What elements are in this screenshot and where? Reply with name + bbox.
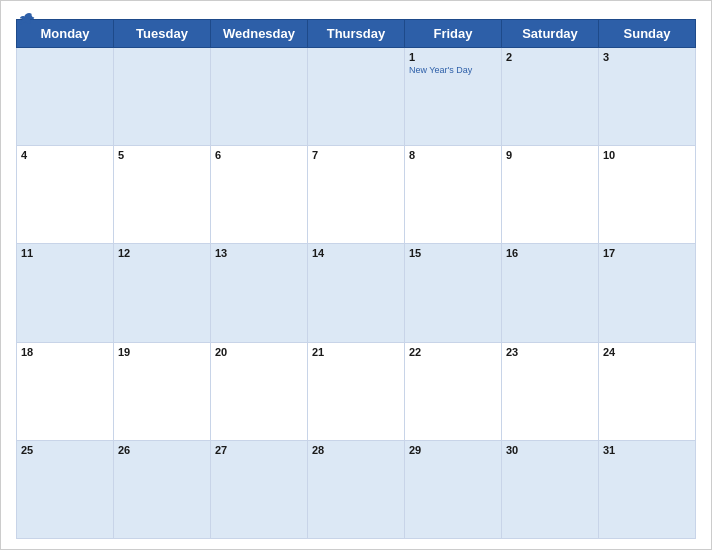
day-number: 14 bbox=[312, 247, 400, 259]
calendar-wrapper: MondayTuesdayWednesdayThursdayFridaySatu… bbox=[0, 0, 712, 550]
weekday-header-thursday: Thursday bbox=[308, 20, 405, 48]
day-number: 6 bbox=[215, 149, 303, 161]
day-number: 10 bbox=[603, 149, 691, 161]
calendar-cell bbox=[308, 48, 405, 146]
day-number: 1 bbox=[409, 51, 497, 63]
calendar-cell: 6 bbox=[211, 146, 308, 244]
calendar-cell: 29 bbox=[405, 440, 502, 538]
calendar-cell: 15 bbox=[405, 244, 502, 342]
calendar-cell: 4 bbox=[17, 146, 114, 244]
day-number: 30 bbox=[506, 444, 594, 456]
day-number: 3 bbox=[603, 51, 691, 63]
calendar-cell: 19 bbox=[114, 342, 211, 440]
day-number: 16 bbox=[506, 247, 594, 259]
day-number: 25 bbox=[21, 444, 109, 456]
calendar-cell: 26 bbox=[114, 440, 211, 538]
calendar-cell: 30 bbox=[502, 440, 599, 538]
calendar-cell: 5 bbox=[114, 146, 211, 244]
calendar-cell bbox=[211, 48, 308, 146]
day-number: 13 bbox=[215, 247, 303, 259]
calendar-cell: 18 bbox=[17, 342, 114, 440]
day-number: 11 bbox=[21, 247, 109, 259]
calendar-cell: 14 bbox=[308, 244, 405, 342]
day-number: 19 bbox=[118, 346, 206, 358]
day-number: 29 bbox=[409, 444, 497, 456]
day-number: 24 bbox=[603, 346, 691, 358]
week-row-3: 11121314151617 bbox=[17, 244, 696, 342]
calendar-cell: 24 bbox=[599, 342, 696, 440]
week-row-1: 1New Year's Day23 bbox=[17, 48, 696, 146]
calendar-body: 1New Year's Day2345678910111213141516171… bbox=[17, 48, 696, 539]
holiday-label: New Year's Day bbox=[409, 65, 497, 75]
day-number: 4 bbox=[21, 149, 109, 161]
weekday-header-row: MondayTuesdayWednesdayThursdayFridaySatu… bbox=[17, 20, 696, 48]
calendar-cell: 2 bbox=[502, 48, 599, 146]
calendar-cell: 23 bbox=[502, 342, 599, 440]
day-number: 21 bbox=[312, 346, 400, 358]
day-number: 7 bbox=[312, 149, 400, 161]
day-number: 23 bbox=[506, 346, 594, 358]
weekday-header-sunday: Sunday bbox=[599, 20, 696, 48]
weekday-header-wednesday: Wednesday bbox=[211, 20, 308, 48]
day-number: 26 bbox=[118, 444, 206, 456]
calendar-cell: 21 bbox=[308, 342, 405, 440]
calendar-cell: 31 bbox=[599, 440, 696, 538]
calendar-cell: 22 bbox=[405, 342, 502, 440]
calendar-cell: 9 bbox=[502, 146, 599, 244]
day-number: 5 bbox=[118, 149, 206, 161]
calendar-cell: 8 bbox=[405, 146, 502, 244]
weekday-header-saturday: Saturday bbox=[502, 20, 599, 48]
calendar-cell: 13 bbox=[211, 244, 308, 342]
day-number: 8 bbox=[409, 149, 497, 161]
calendar-cell: 27 bbox=[211, 440, 308, 538]
week-row-4: 18192021222324 bbox=[17, 342, 696, 440]
day-number: 27 bbox=[215, 444, 303, 456]
day-number: 28 bbox=[312, 444, 400, 456]
weekday-header-tuesday: Tuesday bbox=[114, 20, 211, 48]
week-row-2: 45678910 bbox=[17, 146, 696, 244]
weekday-header-friday: Friday bbox=[405, 20, 502, 48]
calendar-cell: 11 bbox=[17, 244, 114, 342]
calendar-cell: 25 bbox=[17, 440, 114, 538]
calendar-cell: 17 bbox=[599, 244, 696, 342]
day-number: 15 bbox=[409, 247, 497, 259]
logo-blue-text bbox=[16, 11, 36, 33]
calendar-table: MondayTuesdayWednesdayThursdayFridaySatu… bbox=[16, 19, 696, 539]
day-number: 12 bbox=[118, 247, 206, 259]
calendar-cell: 12 bbox=[114, 244, 211, 342]
calendar-cell: 28 bbox=[308, 440, 405, 538]
calendar-thead: MondayTuesdayWednesdayThursdayFridaySatu… bbox=[17, 20, 696, 48]
day-number: 2 bbox=[506, 51, 594, 63]
day-number: 22 bbox=[409, 346, 497, 358]
calendar-cell bbox=[114, 48, 211, 146]
calendar-cell: 20 bbox=[211, 342, 308, 440]
calendar-cell: 3 bbox=[599, 48, 696, 146]
logo bbox=[16, 11, 36, 33]
calendar-cell: 7 bbox=[308, 146, 405, 244]
logo-bird-icon bbox=[18, 11, 36, 33]
day-number: 20 bbox=[215, 346, 303, 358]
calendar-cell: 10 bbox=[599, 146, 696, 244]
calendar-cell: 1New Year's Day bbox=[405, 48, 502, 146]
day-number: 9 bbox=[506, 149, 594, 161]
week-row-5: 25262728293031 bbox=[17, 440, 696, 538]
day-number: 17 bbox=[603, 247, 691, 259]
calendar-cell: 16 bbox=[502, 244, 599, 342]
day-number: 31 bbox=[603, 444, 691, 456]
calendar-cell bbox=[17, 48, 114, 146]
day-number: 18 bbox=[21, 346, 109, 358]
